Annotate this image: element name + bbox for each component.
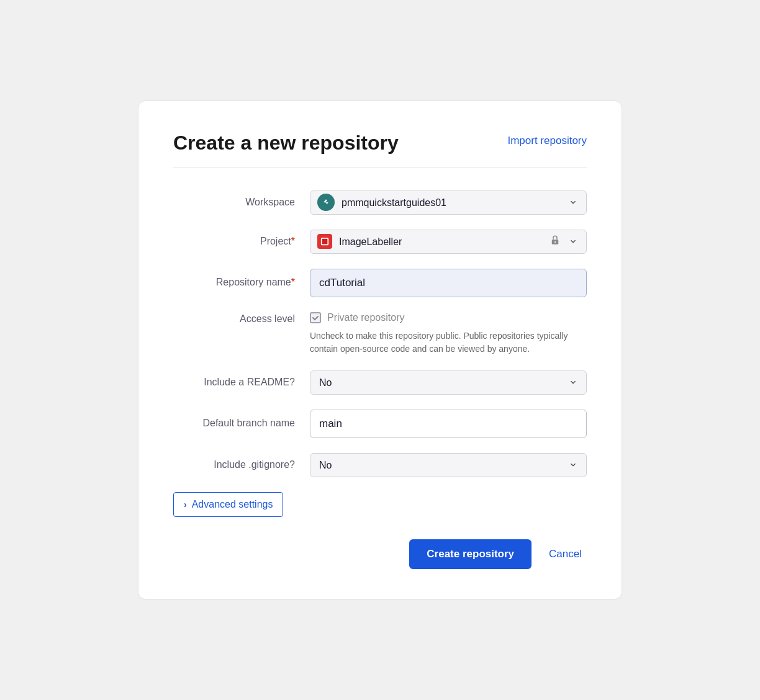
create-repository-button[interactable]: Create repository (409, 539, 532, 569)
form-body: Workspace pmmquickstartguides01 (173, 191, 587, 492)
repository-name-row: Repository name* (173, 269, 587, 297)
project-icon (317, 234, 332, 249)
readme-row: Include a README? No Yes (173, 370, 587, 395)
access-level-control: Private repository Uncheck to make this … (310, 312, 587, 356)
private-checkbox[interactable] (310, 312, 321, 323)
readme-label: Include a README? (173, 375, 310, 389)
chevron-right-icon: › (184, 500, 187, 509)
gitignore-label: Include .gitignore? (173, 458, 310, 472)
workspace-row: Workspace pmmquickstartguides01 (173, 191, 587, 215)
svg-point-1 (325, 200, 327, 202)
svg-point-5 (554, 241, 556, 243)
gitignore-select[interactable]: No Yes (310, 453, 587, 477)
project-label: Project* (173, 235, 310, 248)
svg-rect-3 (322, 239, 328, 245)
repository-name-control (310, 269, 587, 297)
workspace-select[interactable]: pmmquickstartguides01 (310, 191, 587, 215)
project-select-wrapper: ImageLabeller (310, 230, 587, 254)
repo-name-required: * (291, 277, 295, 287)
default-branch-row: Default branch name (173, 410, 587, 438)
gitignore-row: Include .gitignore? No Yes (173, 453, 587, 477)
workspace-control: pmmquickstartguides01 (310, 191, 587, 215)
default-branch-control (310, 410, 587, 438)
project-required: * (291, 236, 295, 246)
page-title: Create a new repository (173, 131, 399, 155)
access-level-row: Access level Private repository Uncheck … (173, 312, 587, 356)
private-checkbox-row: Private repository (310, 312, 587, 323)
repository-name-input[interactable] (310, 269, 587, 297)
project-select[interactable]: ImageLabeller (310, 230, 587, 254)
import-repository-link[interactable]: Import repository (507, 131, 587, 147)
repository-name-label: Repository name* (173, 276, 310, 289)
gitignore-control: No Yes (310, 453, 587, 477)
private-repository-label: Private repository (327, 312, 405, 323)
readme-select[interactable]: No Yes (310, 370, 587, 395)
advanced-settings-label: Advanced settings (192, 499, 273, 510)
workspace-icon (317, 194, 335, 211)
project-control: ImageLabeller (310, 230, 587, 254)
form-actions: Create repository Cancel (173, 539, 587, 569)
workspace-label: Workspace (173, 195, 310, 209)
project-row: Project* (173, 230, 587, 254)
cancel-button[interactable]: Cancel (544, 539, 587, 569)
default-branch-input[interactable] (310, 410, 587, 438)
modal-header: Create a new repository Import repositor… (173, 131, 587, 168)
access-level-wrapper: Private repository Uncheck to make this … (310, 312, 587, 356)
access-level-label: Access level (173, 312, 310, 326)
create-repository-modal: Create a new repository Import repositor… (138, 101, 622, 599)
readme-control: No Yes (310, 370, 587, 395)
advanced-settings-toggle[interactable]: › Advanced settings (173, 492, 283, 517)
workspace-select-wrapper: pmmquickstartguides01 (310, 191, 587, 215)
access-help-text: Uncheck to make this repository public. … (310, 330, 571, 356)
lock-icon (550, 235, 561, 248)
default-branch-label: Default branch name (173, 416, 310, 430)
